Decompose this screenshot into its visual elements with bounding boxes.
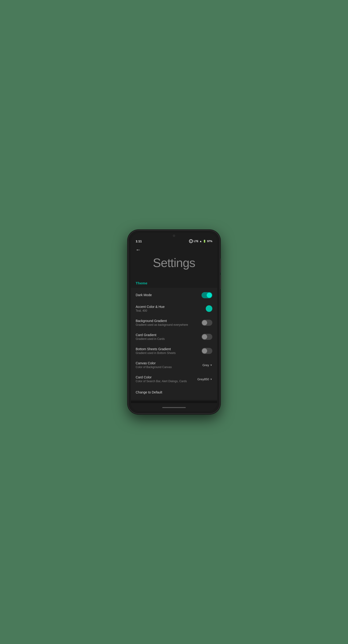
canvas-color-control[interactable]: Grey ▼: [202, 363, 212, 367]
setting-item-background-gradient[interactable]: Background Gradient Gradient used as bac…: [131, 316, 217, 330]
home-bar: [162, 407, 186, 408]
section-header-theme: Theme: [131, 277, 217, 287]
dark-mode-knob: [207, 292, 212, 298]
setting-item-dark-mode[interactable]: Dark Mode: [131, 289, 217, 302]
accent-color-dot[interactable]: [206, 305, 212, 312]
card-gradient-control[interactable]: [201, 334, 212, 340]
card-color-arrow-icon: ▼: [210, 378, 212, 380]
setting-item-canvas-color[interactable]: Canvas Color Color of Background Canvas …: [131, 358, 217, 372]
home-indicator: [131, 404, 217, 411]
camera-dot: [173, 234, 175, 237]
page-title: Settings: [131, 254, 217, 277]
status-bar: 1:11 P LTE ▲ 🔋 97%: [131, 238, 217, 244]
phone-screen: 1:11 P LTE ▲ 🔋 97% ← Settings Theme: [131, 233, 217, 411]
accent-color-sublabel: Teal, 400: [136, 309, 203, 312]
background-gradient-control[interactable]: [201, 320, 212, 326]
card-gradient-label: Card Gradient: [136, 333, 199, 337]
bottom-sheets-gradient-label: Bottom Sheets Gradient: [136, 347, 199, 351]
phone-frame: 1:11 P LTE ▲ 🔋 97% ← Settings Theme: [128, 230, 220, 414]
lte-label: LTE: [194, 240, 198, 242]
dark-mode-toggle[interactable]: [201, 292, 212, 298]
dark-mode-label: Dark Mode: [136, 293, 199, 297]
canvas-color-dropdown[interactable]: Grey ▼: [202, 363, 212, 367]
background-gradient-knob: [202, 320, 207, 325]
setting-item-bottom-sheets-gradient[interactable]: Bottom Sheets Gradient Gradient used in …: [131, 344, 217, 358]
background-gradient-toggle[interactable]: [201, 320, 212, 326]
setting-item-card-gradient[interactable]: Card Gradient Gradient used in Cards: [131, 330, 217, 344]
battery-icon: 🔋: [203, 240, 206, 243]
card-color-value: Grey850: [197, 378, 209, 381]
content-area[interactable]: ← Settings Theme Dark Mode: [131, 244, 217, 404]
background-gradient-sublabel: Gradient used as background everywhere: [136, 323, 199, 326]
battery-percent: 97%: [207, 240, 212, 242]
accent-color-label: Accent Color & Hue: [136, 305, 203, 308]
bottom-sheets-gradient-control[interactable]: [201, 348, 212, 354]
back-button[interactable]: ←: [131, 244, 217, 254]
canvas-color-arrow-icon: ▼: [210, 364, 212, 366]
change-default-label: Change to Default: [136, 390, 212, 394]
card-color-sublabel: Color of Search Bar, Alert Dialogs, Card…: [136, 380, 194, 383]
back-arrow-icon[interactable]: ←: [136, 247, 141, 253]
bottom-sheets-gradient-toggle[interactable]: [201, 348, 212, 354]
background-gradient-label: Background Gradient: [136, 319, 199, 323]
card-color-dropdown[interactable]: Grey850 ▼: [197, 378, 212, 381]
card-gradient-sublabel: Gradient used in Cards: [136, 337, 199, 340]
camera-area: [131, 233, 217, 238]
section-divider: [131, 401, 217, 403]
status-icons: P LTE ▲ 🔋 97%: [189, 239, 212, 243]
bottom-sheets-gradient-knob: [202, 348, 207, 354]
setting-item-accent-color[interactable]: Accent Color & Hue Teal, 400: [131, 302, 217, 316]
status-time: 1:11: [136, 240, 142, 243]
dark-mode-control[interactable]: [201, 292, 212, 298]
signal-icon: ▲: [199, 240, 202, 242]
canvas-color-value: Grey: [202, 363, 209, 367]
setting-item-change-default[interactable]: Change to Default: [131, 386, 217, 399]
pocket-icon: P: [189, 239, 193, 243]
bottom-sheets-gradient-sublabel: Gradient used in Bottom Sheets: [136, 352, 199, 355]
accent-color-control[interactable]: [206, 305, 212, 312]
card-gradient-toggle[interactable]: [201, 334, 212, 340]
canvas-color-label: Canvas Color: [136, 361, 200, 365]
card-color-control[interactable]: Grey850 ▼: [197, 378, 212, 381]
theme-settings-group: Dark Mode Accent Color & Hue Teal, 400: [131, 288, 217, 400]
setting-item-card-color[interactable]: Card Color Color of Search Bar, Alert Di…: [131, 372, 217, 386]
canvas-color-sublabel: Color of Background Canvas: [136, 366, 200, 369]
card-color-label: Card Color: [136, 375, 194, 379]
card-gradient-knob: [202, 334, 207, 340]
